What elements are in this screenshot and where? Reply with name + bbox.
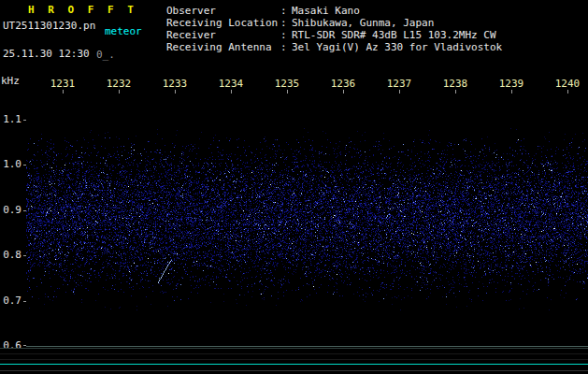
output-filename: UT2511301230.pn: [3, 21, 95, 32]
strip-gridline: [0, 353, 588, 354]
x-tick-label: 1234: [217, 79, 245, 90]
y-tick-label: 1.0: [0, 159, 22, 170]
info-value: Masaki Kano: [292, 6, 360, 17]
info-colon: :: [280, 42, 292, 53]
signal-level-strip: [0, 348, 588, 373]
counter-label: 0_.: [96, 50, 115, 61]
info-row-location: Receiving Location : Shibukawa, Gunma, J…: [166, 18, 434, 29]
info-label: Receiving Location: [166, 18, 280, 29]
y-tick-label: 0.9: [0, 205, 22, 216]
signal-level-line: [0, 364, 588, 365]
info-row-antenna: Receiving Antenna : 3el Yagi(V) Az 330 f…: [166, 42, 502, 53]
info-row-receiver: Receiver : RTL-SDR SDR# 43dB L15 103.2MH…: [166, 30, 496, 41]
info-value: 3el Yagi(V) Az 330 for Vladivostok: [292, 42, 502, 53]
app-title: H R O F F T: [28, 5, 137, 16]
info-colon: :: [280, 18, 292, 29]
y-tick-label: 0.7: [0, 295, 22, 307]
info-row-observer: Observer : Masaki Kano: [166, 6, 360, 17]
hrofft-screenshot: H R O F F T UT2511301230.pn meteor 25.11…: [0, 0, 588, 374]
info-colon: :: [280, 30, 292, 41]
strip-top-line: [0, 348, 588, 349]
info-colon: :: [280, 6, 292, 17]
info-value: RTL-SDR SDR# 43dB L15 103.2MHz CW: [292, 30, 496, 41]
datetime-label: 25.11.30 12:30: [3, 49, 90, 60]
x-tick-label: 1239: [497, 79, 525, 90]
observation-mode-label: meteor: [105, 26, 142, 37]
x-tick-label: 1236: [329, 79, 357, 90]
x-tick-label: 1237: [385, 79, 413, 90]
spectrogram-canvas: [26, 94, 588, 346]
y-tick-label: 0.8: [0, 250, 22, 261]
x-tick-label: 1233: [161, 79, 189, 90]
x-tick-label: 1232: [105, 79, 133, 90]
y-axis-unit: kHz: [1, 76, 20, 87]
info-value: Shibukawa, Gunma, Japan: [292, 18, 434, 29]
x-tick-label: 1235: [273, 79, 301, 90]
strip-gridline: [0, 359, 588, 360]
x-tick-label: 1238: [441, 79, 469, 90]
y-tick-label: 1.1: [0, 114, 22, 125]
spectrogram-panel: [26, 94, 588, 347]
info-label: Receiving Antenna: [166, 42, 280, 53]
strip-bottom-line: [0, 370, 588, 371]
x-tick-label: 1240: [553, 79, 581, 90]
x-tick-label: 1231: [49, 79, 77, 90]
info-label: Observer: [166, 6, 280, 17]
info-label: Receiver: [166, 30, 280, 41]
